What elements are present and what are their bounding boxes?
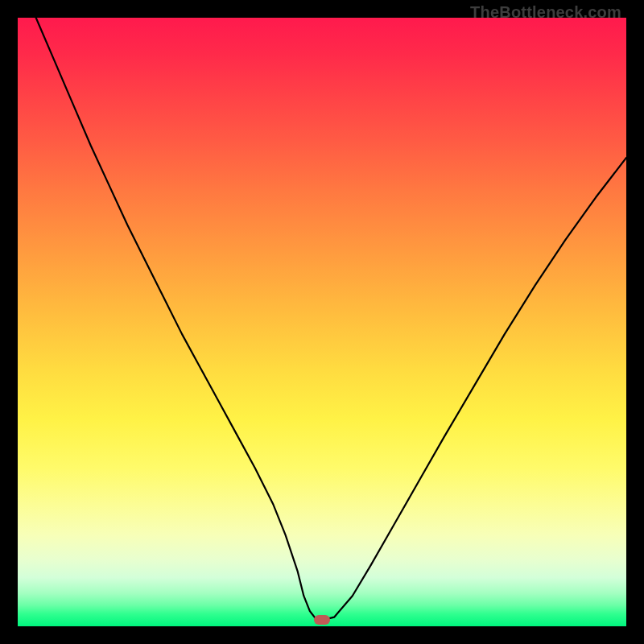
chart-container: TheBottleneck.com bbox=[0, 0, 644, 644]
optimum-marker bbox=[314, 615, 330, 625]
plot-area bbox=[18, 18, 626, 626]
bottleneck-curve bbox=[18, 18, 626, 626]
